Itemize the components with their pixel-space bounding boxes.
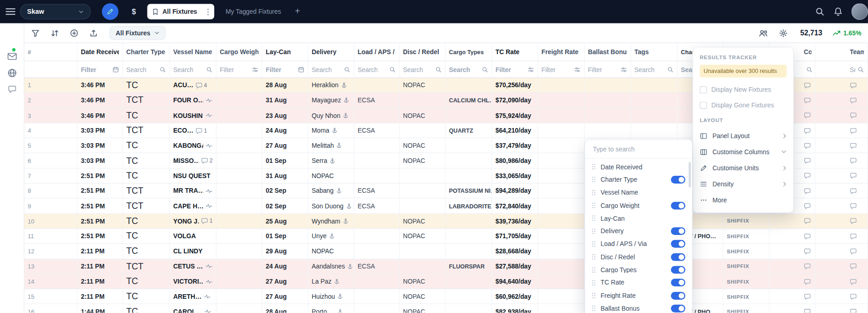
teamwork-bubble-icon[interactable] (850, 218, 857, 225)
column-option-delivery[interactable]: Delivery (585, 225, 692, 238)
column-header-delivery[interactable]: Delivery (308, 43, 354, 61)
column-header-lay-can[interactable]: Lay-Can (262, 43, 308, 61)
column-header-disc-redel[interactable]: Disc / Redel (400, 43, 446, 61)
filter-icon[interactable] (31, 28, 40, 37)
view-selector[interactable]: All Fixtures (110, 26, 165, 40)
menu-item-density[interactable]: Density (700, 176, 787, 192)
drag-handle-icon[interactable] (592, 202, 596, 208)
checkbox-icon[interactable] (700, 101, 707, 109)
add-tab-button[interactable]: + (295, 6, 300, 17)
comments-bubble-icon[interactable] (804, 248, 811, 255)
column-header-cargo-types[interactable]: Cargo Types (446, 43, 492, 61)
teamwork-bubble-icon[interactable] (850, 142, 857, 149)
comments-bubble-icon[interactable] (804, 308, 811, 313)
column-filter-disc-redel[interactable]: Search (400, 61, 446, 78)
columns-search-input[interactable] (592, 145, 686, 153)
drag-handle-icon[interactable] (592, 241, 596, 247)
hamburger-menu-icon[interactable] (6, 6, 16, 17)
column-toggle[interactable] (671, 292, 685, 300)
menu-item-customise-units[interactable]: Customise Units (700, 160, 787, 176)
drag-handle-icon[interactable] (592, 292, 596, 298)
comment-count-icon[interactable] (196, 127, 203, 134)
export-icon[interactable] (89, 28, 98, 37)
column-option-freight-rate[interactable]: Freight Rate (585, 289, 692, 302)
column-filter-load-aps-via[interactable]: Search (354, 61, 400, 78)
column-option-cargo-weight[interactable]: Cargo Weight (585, 199, 692, 212)
drag-handle-icon[interactable] (592, 305, 596, 311)
option-display-new-fixtures[interactable]: Display New Fixtures (700, 82, 787, 97)
currency-toggle[interactable]: $ (132, 7, 136, 16)
column-option-lay-can[interactable]: Lay-Can (585, 212, 692, 225)
search-icon[interactable] (815, 6, 825, 17)
teamwork-bubble-icon[interactable] (850, 263, 857, 270)
fixture-row[interactable]: 152:11 PMTCARETH…27 AugHuizhouNOPAC$60,9… (24, 289, 868, 304)
teamwork-bubble-icon[interactable] (850, 248, 857, 255)
column-header-tc-rate[interactable]: TC Rate (492, 43, 538, 61)
tab-options-icon[interactable] (207, 8, 209, 15)
comments-bubble-icon[interactable] (804, 218, 811, 225)
gear-icon[interactable] (779, 28, 788, 37)
comment-count-icon[interactable] (201, 157, 209, 164)
drag-handle-icon[interactable] (592, 267, 596, 273)
teamwork-bubble-icon[interactable] (850, 202, 857, 210)
teamwork-bubble-icon[interactable] (850, 293, 857, 300)
menu-item-panel-layout[interactable]: Panel Layout (700, 128, 787, 144)
column-option-ballast-bonus[interactable]: Ballast Bonus (585, 302, 692, 313)
fixture-row[interactable]: 132:11 PMTCTCETUS …24 AugAandalsnesECSAF… (24, 259, 868, 274)
globe-icon[interactable] (7, 68, 17, 78)
column-toggle[interactable] (671, 253, 685, 261)
tab-my-tagged-fixtures[interactable]: My Tagged Fixtures (221, 4, 286, 19)
comments-bubble-icon[interactable] (804, 112, 811, 119)
share-users-icon[interactable] (758, 28, 768, 37)
column-toggle[interactable] (671, 176, 685, 184)
teamwork-bubble-icon[interactable] (850, 97, 857, 104)
column-toggle[interactable] (671, 227, 685, 235)
column-filter-date-received[interactable]: Filter (78, 61, 123, 78)
menu-item-customise-columns[interactable]: Customise Columns (700, 144, 787, 160)
comment-count-icon[interactable] (201, 218, 209, 225)
comments-bubble-icon[interactable] (804, 82, 811, 89)
bell-icon[interactable] (833, 6, 843, 17)
column-filter-tc-rate[interactable]: Filter (492, 61, 538, 78)
fixture-row[interactable]: 112:51 PMTCVOLGA01 SepUnyeNOPAC$71,705/d… (24, 229, 868, 244)
teamwork-bubble-icon[interactable] (850, 82, 857, 89)
teamwork-bubble-icon[interactable] (850, 308, 857, 313)
comments-bubble-icon[interactable] (804, 233, 811, 240)
teamwork-bubble-icon[interactable] (850, 112, 857, 119)
column-filter-cargo-types[interactable]: Search (446, 61, 492, 78)
comments-bubble-icon[interactable] (804, 187, 811, 195)
column-toggle[interactable] (671, 201, 685, 209)
column-option-disc-redel[interactable]: Disc / Redel (585, 251, 692, 263)
drag-handle-icon[interactable] (592, 164, 596, 170)
comments-bubble-icon[interactable] (804, 293, 811, 300)
column-header-cargo-weight[interactable]: Cargo Weight (216, 43, 262, 61)
column-filter-tags[interactable]: Search (631, 61, 677, 78)
comments-bubble-icon[interactable] (804, 172, 811, 179)
drag-handle-icon[interactable] (592, 215, 596, 221)
columns-scrollbar[interactable] (689, 162, 691, 187)
drag-handle-icon[interactable] (592, 190, 596, 196)
fixture-row[interactable]: 102:51 PMTCYONG J…125 AugWyndhamNOPAC$39… (24, 214, 868, 229)
comments-bubble-icon[interactable] (804, 263, 811, 270)
column-toggle[interactable] (671, 266, 685, 274)
teamwork-bubble-icon[interactable] (850, 127, 857, 134)
column-option-load-aps-via[interactable]: Load / APS / Via (585, 238, 692, 251)
fixture-row[interactable]: 142:11 PMTCVICTORI…27 AugLa PazNOPAC$94,… (24, 274, 868, 289)
teamwork-bubble-icon[interactable] (850, 187, 857, 195)
column-option-charter-type[interactable]: Charter Type (585, 173, 692, 186)
compose-button[interactable] (102, 3, 119, 20)
drag-handle-icon[interactable] (592, 177, 596, 183)
column-option-vessel-name[interactable]: Vessel Name (585, 186, 692, 199)
workspace-selector[interactable]: Skaw (20, 4, 91, 19)
column-header-date-received[interactable]: Date Received (78, 43, 123, 61)
fixture-row[interactable]: 122:11 PMTCCL LINDY29 AugNOPAC$28,668/da… (24, 244, 868, 259)
column-filter-ballast-bonus[interactable]: Filter (584, 61, 631, 78)
comments-bubble-icon[interactable] (804, 157, 811, 164)
column-header-col[interactable]: # (24, 43, 78, 61)
checkbox-icon[interactable] (700, 86, 707, 93)
menu-item-more[interactable]: More (700, 192, 787, 208)
column-header-vessel-name[interactable]: Vessel Name (170, 43, 216, 61)
column-header-tags[interactable]: Tags (631, 43, 677, 61)
user-avatar[interactable] (851, 3, 868, 20)
drag-handle-icon[interactable] (592, 254, 596, 260)
